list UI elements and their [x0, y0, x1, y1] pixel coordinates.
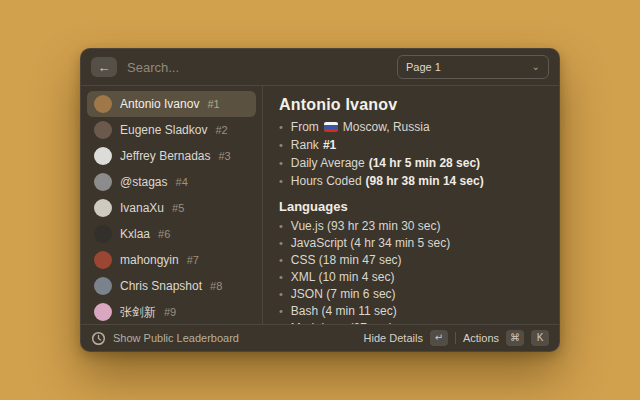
hide-details-button[interactable]: Hide Details [364, 332, 423, 344]
footer-bar: Show Public Leaderboard Hide Details ↵ A… [81, 325, 559, 351]
language-text: CSS (18 min 47 sec) [291, 252, 402, 269]
language-item: • CSS (18 min 47 sec) [279, 252, 543, 269]
list-item[interactable]: IvanaXu #5 [87, 195, 256, 221]
language-text: JavaScript (4 hr 34 min 5 sec) [291, 235, 450, 252]
language-item: • XML (10 min 4 sec) [279, 269, 543, 286]
list-item[interactable]: Eugene Sladkov #2 [87, 117, 256, 143]
back-arrow-icon: ← [98, 60, 111, 75]
user-rank: #3 [219, 150, 231, 162]
content-area: Antonio Ivanov #1 Eugene Sladkov #2 Jeff… [81, 86, 559, 324]
bullet-icon: • [279, 118, 283, 136]
command-key-icon: ⌘ [506, 330, 524, 346]
list-item[interactable]: mahongyin #7 [87, 247, 256, 273]
user-name: 张剑新 [120, 304, 156, 321]
bullet-icon: • [279, 286, 283, 303]
avatar [94, 147, 112, 165]
header-bar: ← Page 1 ⌄ [81, 49, 559, 85]
list-item[interactable]: Chris Snapshot #8 [87, 273, 256, 299]
avatar [94, 277, 112, 295]
languages-heading: Languages [279, 199, 543, 214]
search-input[interactable] [127, 60, 387, 75]
language-text: Bash (4 min 11 sec) [291, 303, 397, 320]
user-name: @stagas [120, 175, 168, 189]
language-item: • Bash (4 min 11 sec) [279, 303, 543, 320]
avatar [94, 121, 112, 139]
user-rank: #1 [207, 98, 219, 110]
avatar [94, 95, 112, 113]
user-name: Antonio Ivanov [120, 97, 199, 111]
user-name: Chris Snapshot [120, 279, 202, 293]
bullet-icon: • [279, 172, 283, 190]
language-text: Vue.js (93 hr 23 min 30 sec) [291, 218, 441, 235]
stat-label: From [291, 118, 319, 136]
language-text: XML (10 min 4 sec) [291, 269, 395, 286]
chevron-down-icon: ⌄ [532, 62, 540, 72]
list-item[interactable]: @stagas #4 [87, 169, 256, 195]
stat-label: Hours Coded [291, 172, 362, 190]
list-item[interactable]: Antonio Ivanov #1 [87, 91, 256, 117]
user-rank: #5 [172, 202, 184, 214]
bullet-icon: • [279, 136, 283, 154]
stat-value: (14 hr 5 min 28 sec) [369, 154, 480, 172]
user-rank: #8 [210, 280, 222, 292]
avatar [94, 251, 112, 269]
language-item: • JavaScript (4 hr 34 min 5 sec) [279, 235, 543, 252]
stat-value: (98 hr 38 min 14 sec) [366, 172, 484, 190]
bullet-icon: • [279, 303, 283, 320]
stat-rank: • Rank #1 [279, 136, 543, 154]
user-name: Jeffrey Bernadas [120, 149, 211, 163]
stat-from: • From Moscow, Russia [279, 118, 543, 136]
russia-flag-icon [324, 122, 338, 132]
stat-label: Daily Average [291, 154, 365, 172]
enter-key-icon: ↵ [430, 330, 448, 346]
page-dropdown-value: Page 1 [406, 61, 441, 73]
stat-hours-coded: • Hours Coded (98 hr 38 min 14 sec) [279, 172, 543, 190]
user-rank: #9 [164, 306, 176, 318]
detail-title: Antonio Ivanov [279, 96, 543, 114]
user-name: Kxlaa [120, 227, 150, 241]
avatar [94, 303, 112, 321]
list-item[interactable]: Jeffrey Bernadas #3 [87, 143, 256, 169]
bullet-icon: • [279, 252, 283, 269]
list-item[interactable]: Kxlaa #6 [87, 221, 256, 247]
avatar [94, 173, 112, 191]
bullet-icon: • [279, 218, 283, 235]
user-rank: #7 [187, 254, 199, 266]
leaderboard-list[interactable]: Antonio Ivanov #1 Eugene Sladkov #2 Jeff… [81, 86, 262, 324]
user-name: IvanaXu [120, 201, 164, 215]
language-item: • JSON (7 min 6 sec) [279, 286, 543, 303]
detail-panel[interactable]: Antonio Ivanov • From Moscow, Russia • R… [263, 86, 559, 324]
footer-separator [455, 332, 456, 344]
back-button[interactable]: ← [91, 57, 117, 77]
footer-command-label: Show Public Leaderboard [113, 332, 239, 344]
stat-value: Moscow, Russia [343, 118, 430, 136]
user-name: Eugene Sladkov [120, 123, 207, 137]
language-item: • Vue.js (93 hr 23 min 30 sec) [279, 218, 543, 235]
page-dropdown[interactable]: Page 1 ⌄ [397, 55, 549, 79]
user-rank: #6 [158, 228, 170, 240]
list-item[interactable]: 张剑新 #9 [87, 299, 256, 324]
user-name: mahongyin [120, 253, 179, 267]
avatar [94, 199, 112, 217]
actions-button[interactable]: Actions [463, 332, 499, 344]
user-rank: #2 [215, 124, 227, 136]
command-palette-window: ← Page 1 ⌄ Antonio Ivanov #1 Eugene Slad… [80, 48, 560, 352]
avatar [94, 225, 112, 243]
k-key-icon: K [531, 330, 549, 346]
stat-label: Rank [291, 136, 319, 154]
stat-value: #1 [323, 136, 336, 154]
user-rank: #4 [176, 176, 188, 188]
clock-icon [91, 331, 106, 346]
language-text: JSON (7 min 6 sec) [291, 286, 396, 303]
bullet-icon: • [279, 269, 283, 286]
bullet-icon: • [279, 235, 283, 252]
stat-daily-average: • Daily Average (14 hr 5 min 28 sec) [279, 154, 543, 172]
bullet-icon: • [279, 154, 283, 172]
